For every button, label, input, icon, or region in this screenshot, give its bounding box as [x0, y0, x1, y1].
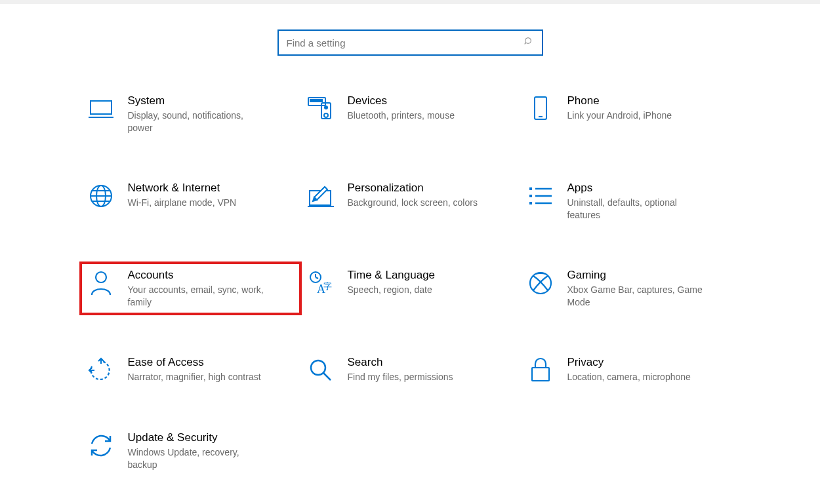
tile-desc: Background, lock screen, colors	[348, 197, 478, 209]
svg-rect-12	[535, 97, 546, 119]
devices-icon	[307, 95, 335, 123]
svg-line-30	[316, 277, 318, 279]
tile-title: Network & Internet	[128, 181, 237, 197]
svg-rect-7	[317, 100, 319, 102]
search-box[interactable]	[277, 29, 543, 56]
settings-grid: System Display, sound, notifications, po…	[81, 88, 740, 476]
tile-desc: Wi-Fi, airplane mode, VPN	[128, 197, 237, 209]
tile-update-security[interactable]: Update & Security Windows Update, recove…	[81, 425, 300, 476]
apps-icon	[527, 182, 554, 210]
tile-desc: Narrator, magnifier, high contrast	[128, 371, 261, 383]
xbox-icon	[527, 269, 554, 297]
svg-rect-21	[529, 187, 532, 190]
search-wrap	[0, 4, 820, 88]
tile-title: Time & Language	[348, 268, 436, 284]
svg-point-27	[96, 272, 106, 282]
tile-accounts[interactable]: Accounts Your accounts, email, sync, wor…	[81, 263, 300, 314]
tile-title: Ease of Access	[128, 355, 261, 371]
tile-title: Apps	[567, 181, 705, 197]
tile-apps[interactable]: Apps Uninstall, defaults, optional featu…	[520, 176, 740, 227]
time-language-icon: A 字	[307, 269, 335, 297]
tile-title: Phone	[567, 94, 672, 109]
paint-icon	[307, 182, 335, 210]
update-icon	[87, 432, 115, 459]
tile-title: Gaming	[567, 268, 705, 284]
tile-desc: Link your Android, iPhone	[567, 109, 672, 122]
tile-title: Privacy	[567, 355, 691, 371]
system-icon	[87, 95, 115, 123]
svg-rect-2	[91, 101, 112, 114]
svg-rect-8	[320, 100, 322, 102]
tile-desc: Location, camera, microphone	[567, 371, 691, 383]
tile-desc: Uninstall, defaults, optional features	[567, 197, 705, 222]
svg-text:字: 字	[323, 281, 332, 291]
svg-line-35	[323, 373, 331, 380]
ease-icon	[87, 357, 115, 384]
tile-desc: Xbox Game Bar, captures, Game Mode	[567, 284, 705, 309]
svg-point-34	[311, 360, 325, 375]
globe-icon	[87, 182, 115, 210]
svg-point-33	[530, 273, 551, 294]
tile-phone[interactable]: Phone Link your Android, iPhone	[520, 88, 740, 140]
tile-personalization[interactable]: Personalization Background, lock screen,…	[300, 176, 520, 227]
phone-icon	[527, 95, 554, 123]
tile-desc: Windows Update, recovery, backup	[128, 446, 266, 471]
tile-network[interactable]: Network & Internet Wi-Fi, airplane mode,…	[81, 176, 300, 227]
tile-gaming[interactable]: Gaming Xbox Game Bar, captures, Game Mod…	[520, 263, 740, 314]
svg-rect-25	[529, 202, 532, 204]
tile-desc: Bluetooth, printers, mouse	[348, 109, 455, 122]
tile-title: Search	[348, 355, 453, 371]
search-input[interactable]	[287, 37, 523, 48]
lock-icon	[527, 357, 554, 384]
person-icon	[87, 269, 115, 297]
tile-title: Update & Security	[128, 431, 266, 446]
tile-desc: Find my files, permissions	[348, 371, 453, 383]
tile-devices[interactable]: Devices Bluetooth, printers, mouse	[300, 88, 520, 140]
tile-search[interactable]: Search Find my files, permissions	[300, 350, 520, 389]
tile-system[interactable]: System Display, sound, notifications, po…	[81, 88, 300, 140]
tile-desc: Speech, region, date	[348, 284, 436, 296]
tile-desc: Display, sound, notifications, power	[128, 109, 266, 134]
svg-rect-23	[529, 195, 532, 197]
svg-rect-6	[314, 100, 316, 102]
svg-rect-36	[532, 368, 549, 381]
svg-rect-5	[310, 100, 312, 102]
tile-ease-of-access[interactable]: Ease of Access Narrator, magnifier, high…	[81, 350, 300, 389]
svg-point-11	[324, 113, 328, 117]
tile-desc: Your accounts, email, sync, work, family	[128, 284, 266, 309]
tile-title: Accounts	[128, 268, 266, 284]
magnifier-icon	[307, 357, 335, 384]
tile-title: System	[128, 94, 266, 109]
tile-time-language[interactable]: A 字 Time & Language Speech, region, date	[300, 263, 520, 314]
svg-point-10	[325, 106, 327, 109]
tile-title: Personalization	[348, 181, 478, 197]
search-icon	[523, 36, 534, 49]
tile-title: Devices	[348, 94, 455, 109]
svg-line-1	[524, 43, 525, 44]
tile-privacy[interactable]: Privacy Location, camera, microphone	[520, 350, 740, 389]
